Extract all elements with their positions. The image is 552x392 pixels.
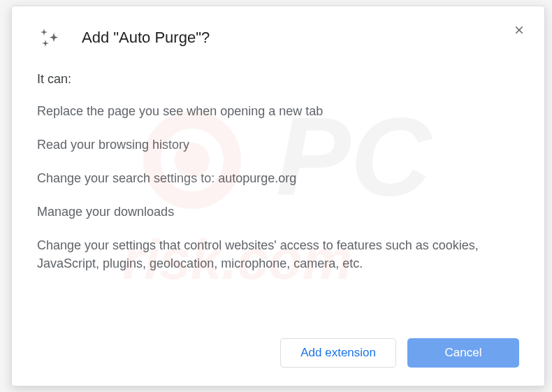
permissions-intro: It can:: [37, 72, 519, 87]
permission-item: Read your browsing history: [37, 136, 519, 154]
extension-install-dialog: Add "Auto Purge"? It can: Replace the pa…: [11, 6, 545, 386]
permission-item: Change your search settings to: autopurg…: [37, 169, 519, 187]
add-extension-button[interactable]: Add extension: [280, 338, 396, 368]
permission-item: Manage your downloads: [37, 203, 519, 221]
permission-item: Change your settings that control websit…: [37, 236, 519, 273]
close-button[interactable]: [511, 22, 528, 38]
cancel-button[interactable]: Cancel: [407, 338, 519, 368]
dialog-title: Add "Auto Purge"?: [82, 27, 210, 49]
dialog-body: It can: Replace the page you see when op…: [12, 58, 544, 326]
extension-sparkle-icon: [37, 26, 62, 51]
close-icon: [513, 24, 525, 36]
permission-item: Replace the page you see when opening a …: [37, 102, 519, 120]
dialog-header: Add "Auto Purge"?: [12, 6, 544, 58]
dialog-footer: Add extension Cancel: [12, 326, 544, 386]
